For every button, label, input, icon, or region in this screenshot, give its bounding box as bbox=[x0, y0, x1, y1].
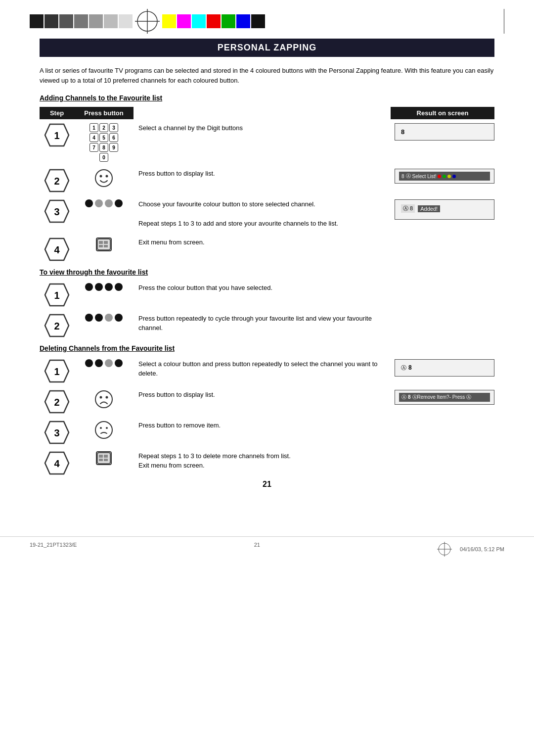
adding-step-3: 3 Choose your favourite colour button to… bbox=[40, 197, 494, 231]
color-swatch-black bbox=[251, 14, 265, 28]
step-desc-2: Press button to display list. bbox=[134, 167, 391, 181]
view-dot-b2 bbox=[95, 314, 103, 322]
dot-gray-2 bbox=[105, 199, 113, 207]
step-chevron-3: 3 bbox=[44, 199, 70, 223]
del-chevron-1: 1 bbox=[44, 359, 70, 383]
step-desc-text-2: Press button to display list. bbox=[138, 170, 215, 177]
svg-text:1: 1 bbox=[54, 130, 59, 141]
svg-rect-15 bbox=[99, 241, 103, 244]
svg-point-28 bbox=[100, 396, 102, 398]
del-desc-text-3: Press button to remove item. bbox=[138, 422, 221, 429]
result-dot-yellow bbox=[447, 175, 451, 178]
result-num-2: 8 bbox=[401, 174, 404, 179]
svg-rect-18 bbox=[104, 245, 108, 247]
del-result-4 bbox=[391, 449, 494, 453]
digit-9: 9 bbox=[109, 143, 118, 152]
del-press-3 bbox=[74, 419, 134, 439]
svg-rect-39 bbox=[104, 455, 108, 458]
view-dot-black-4 bbox=[115, 283, 123, 291]
del-desc-4: Repeat steps 1 to 3 to delete more chann… bbox=[134, 449, 391, 472]
page-number: 21 bbox=[40, 480, 494, 489]
del-press-menu-4 bbox=[74, 449, 134, 465]
del-result-2: Ⓐ 8 ⒶRemove Item?- Press Ⓐ bbox=[391, 388, 494, 407]
svg-text:2: 2 bbox=[54, 321, 59, 331]
color-swatch-yellow bbox=[162, 14, 176, 28]
digit-5: 5 bbox=[99, 133, 108, 142]
color-swatch bbox=[119, 14, 133, 28]
footer-left: 19-21_21PT1323/E bbox=[30, 542, 77, 557]
view-result-2 bbox=[391, 312, 494, 316]
del-chevron-4: 4 bbox=[44, 451, 70, 475]
view-chevron-1: 1 bbox=[44, 283, 70, 307]
step-desc-text-4: Exit menu from screen. bbox=[138, 238, 205, 246]
svg-text:1: 1 bbox=[54, 366, 59, 377]
del-dot-g1 bbox=[105, 359, 113, 367]
svg-point-27 bbox=[95, 391, 112, 408]
color-swatch-red bbox=[207, 14, 221, 28]
color-bar-left bbox=[30, 14, 133, 28]
svg-rect-14 bbox=[97, 239, 110, 250]
svg-text:4: 4 bbox=[54, 458, 60, 469]
screen-result-row-2: 8 Ⓐ Select List! bbox=[399, 172, 490, 181]
view-dot-black-2 bbox=[95, 283, 103, 291]
colour-dot-row-3 bbox=[85, 199, 123, 207]
del-desc-2: Press button to display list. bbox=[134, 388, 391, 402]
section2-heading: To view through the favourite list bbox=[40, 268, 494, 276]
step-desc-4: Exit menu from screen. bbox=[134, 236, 391, 249]
svg-rect-41 bbox=[104, 459, 108, 461]
del-step-num-4: 4 bbox=[40, 449, 74, 475]
step-num-2: 2 bbox=[40, 167, 74, 192]
svg-point-9 bbox=[106, 175, 108, 178]
view-desc-1: Press the colour button that you have se… bbox=[134, 281, 391, 295]
footer-right: 04/16/03, 5:12 PM bbox=[460, 546, 504, 552]
view-dot-black-3 bbox=[105, 283, 113, 291]
table-header-row: Step Press button Result on screen bbox=[40, 107, 494, 119]
step-desc-text-3b: Repeat steps 1 to 3 to add and store you… bbox=[138, 220, 338, 227]
col-press-header: Press button bbox=[74, 107, 134, 119]
view-colour-dots-2 bbox=[85, 314, 123, 322]
step-chevron-1: 1 bbox=[44, 123, 70, 147]
svg-point-8 bbox=[100, 175, 102, 178]
footer-center: 21 bbox=[254, 542, 260, 557]
page-title-bar: PERSONAL ZAPPING bbox=[40, 39, 494, 57]
menu-button-icon bbox=[96, 237, 112, 251]
digit-0: 0 bbox=[99, 153, 108, 162]
digit-2: 2 bbox=[99, 123, 108, 132]
del-result-row-1: Ⓐ 8 bbox=[399, 362, 490, 374]
top-bar-right bbox=[265, 9, 504, 34]
adding-step-1: 1 1 2 3 4 5 6 7 8 9 0 bbox=[40, 121, 494, 162]
step-num-4: 4 bbox=[40, 236, 74, 261]
intro-text: A list or series of favourite TV program… bbox=[40, 66, 494, 85]
del-step-3: 3 Press button to remove item. bbox=[40, 419, 494, 444]
del-screen-result-1: Ⓐ 8 bbox=[395, 359, 494, 377]
del-step-num-2: 2 bbox=[40, 388, 74, 414]
del-desc-text-4a: Repeat steps 1 to 3 to delete more chann… bbox=[138, 452, 291, 460]
del-menu-icon-svg bbox=[97, 452, 111, 464]
step-result-1: 8 bbox=[391, 121, 494, 142]
color-swatch bbox=[104, 14, 118, 28]
crosshair-area bbox=[133, 9, 162, 34]
step-chevron-4: 4 bbox=[44, 237, 70, 261]
color-swatch-cyan bbox=[192, 14, 206, 28]
svg-point-32 bbox=[95, 422, 112, 438]
result-dot-red bbox=[438, 175, 441, 178]
screen-result-3: Ⓐ 8 Added! bbox=[395, 199, 494, 220]
del-press-2 bbox=[74, 388, 134, 409]
content-area: PERSONAL ZAPPING A list or series of fav… bbox=[0, 39, 534, 526]
svg-text:1: 1 bbox=[54, 290, 59, 301]
digit-7: 7 bbox=[89, 143, 98, 152]
color-swatch bbox=[89, 14, 103, 28]
screen-result-2: 8 Ⓐ Select List! bbox=[395, 169, 494, 184]
step-num-1: 1 bbox=[40, 121, 74, 147]
svg-point-7 bbox=[95, 170, 112, 187]
del-result-text-2: ⒶRemove Item?- Press Ⓐ bbox=[412, 394, 471, 401]
svg-point-33 bbox=[100, 427, 102, 429]
col-result-header: Result on screen bbox=[391, 107, 494, 119]
view-step-2: 2 Press button repeatedly to cycle throu… bbox=[40, 312, 494, 337]
del-step-num-1: 1 bbox=[40, 357, 74, 383]
del-dot-b3 bbox=[115, 359, 123, 367]
color-swatch bbox=[59, 14, 73, 28]
del-result-1: Ⓐ 8 bbox=[391, 357, 494, 378]
svg-text:3: 3 bbox=[54, 427, 59, 438]
step-press-colour-dots-3 bbox=[74, 197, 134, 207]
